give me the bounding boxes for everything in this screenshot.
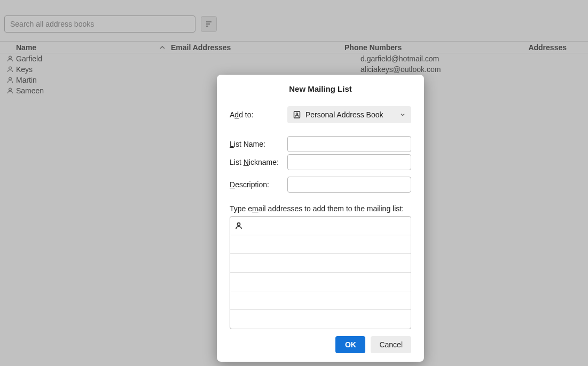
svg-point-9: [237, 223, 240, 226]
list-nickname-input[interactable]: [287, 154, 411, 170]
list-name-label: List Name:: [230, 140, 287, 148]
dialog-title: New Mailing List: [230, 84, 411, 93]
email-row[interactable]: [230, 273, 411, 291]
add-to-label: Add to:: [230, 110, 287, 119]
svg-point-8: [296, 113, 298, 115]
email-row[interactable]: [230, 217, 411, 235]
description-input[interactable]: [287, 177, 411, 193]
new-mailing-list-dialog: New Mailing List Add to: Personal Addres…: [217, 75, 424, 362]
chevron-down-icon: [399, 112, 406, 118]
email-row[interactable]: [230, 310, 411, 329]
list-nickname-label: List Nickname:: [230, 158, 287, 166]
email-row[interactable]: [230, 254, 411, 273]
cancel-button[interactable]: Cancel: [371, 336, 411, 353]
description-label: Description:: [230, 180, 287, 189]
ok-button[interactable]: OK: [335, 336, 365, 353]
email-row[interactable]: [230, 235, 411, 254]
email-row[interactable]: [230, 291, 411, 310]
add-to-value: Personal Address Book: [305, 110, 383, 119]
address-book-icon: [293, 110, 301, 119]
instruction-text: Type email addresses to add them to the …: [230, 204, 411, 213]
person-outline-icon: [234, 221, 243, 230]
add-to-select[interactable]: Personal Address Book: [287, 106, 411, 123]
list-name-input[interactable]: [287, 136, 411, 152]
dialog-actions: OK Cancel: [230, 336, 411, 353]
email-address-list[interactable]: [230, 216, 411, 329]
